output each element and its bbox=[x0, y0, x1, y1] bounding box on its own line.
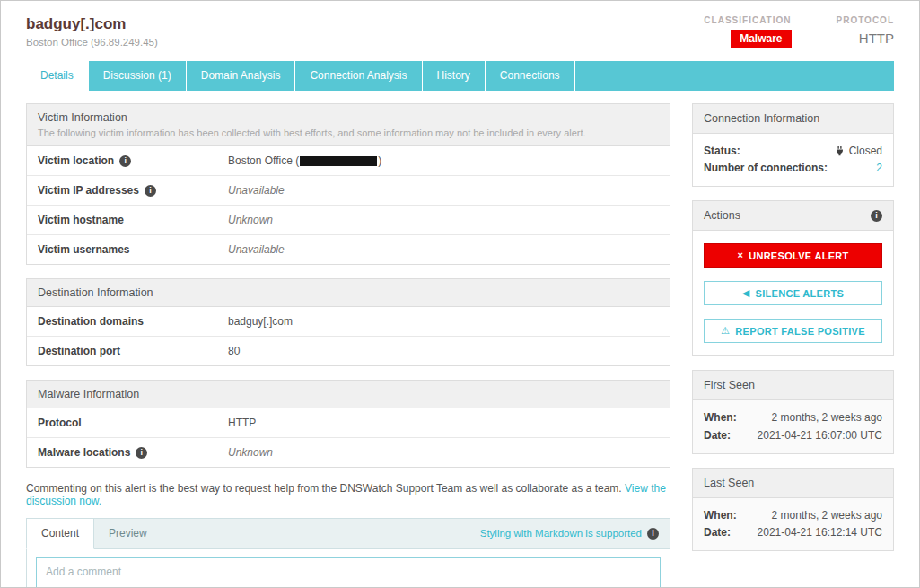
comment-editor-tabs: Content Preview Styling with Markdown is… bbox=[27, 519, 670, 549]
header-meta: CLASSIFICATION Malware PROTOCOL HTTP bbox=[704, 15, 894, 48]
actions-body: × UNRESOLVE ALERT ◀ SILENCE ALERTS ⚠ REP… bbox=[693, 231, 893, 355]
date-label: Date: bbox=[704, 524, 731, 541]
classification-block: CLASSIFICATION Malware bbox=[704, 15, 791, 48]
report-false-positive-button[interactable]: ⚠ REPORT FALSE POSITIVE bbox=[704, 319, 882, 343]
status-value: Closed bbox=[835, 143, 882, 160]
title-block: badguy[.]com Boston Office (96.89.249.45… bbox=[26, 15, 158, 48]
mute-icon: ◀ bbox=[742, 288, 750, 298]
first-seen-body: When: 2 months, 2 weeks ago Date: 2021-0… bbox=[693, 400, 893, 452]
row-label-text: Victim IP addresses bbox=[38, 184, 139, 197]
victim-ip-value: Unavailable bbox=[228, 184, 285, 197]
row-label-text: Victim hostname bbox=[38, 214, 124, 226]
protocol-row-label: Protocol bbox=[38, 417, 228, 429]
victim-usernames-label: Victim usernames bbox=[38, 243, 228, 256]
victim-information-header: Victim Information The following victim … bbox=[27, 104, 670, 146]
malware-information-title: Malware Information bbox=[38, 388, 659, 400]
row-label-text: Protocol bbox=[38, 417, 82, 429]
victim-hostname-value: Unknown bbox=[228, 214, 273, 226]
tab-history[interactable]: History bbox=[423, 61, 486, 91]
connection-information-body: Status: Closed Number of connections: 2 bbox=[693, 134, 893, 186]
when-label: When: bbox=[704, 507, 737, 524]
tab-details[interactable]: Details bbox=[26, 61, 89, 91]
actions-panel: Actions i × UNRESOLVE ALERT ◀ SILENCE AL… bbox=[692, 200, 894, 356]
last-seen-when-row: When: 2 months, 2 weeks ago bbox=[704, 507, 882, 524]
info-icon[interactable]: i bbox=[647, 528, 659, 540]
when-value: 2 months, 2 weeks ago bbox=[772, 409, 882, 426]
comment-input[interactable] bbox=[36, 557, 661, 588]
malware-information-header: Malware Information bbox=[27, 381, 670, 408]
tab-content[interactable]: Content bbox=[26, 518, 94, 549]
table-row: Destination port 80 bbox=[27, 337, 670, 365]
classification-label: CLASSIFICATION bbox=[704, 15, 791, 25]
plug-icon bbox=[835, 146, 845, 156]
table-row: Destination domains badguy[.]com bbox=[27, 307, 670, 337]
tab-bar: Details Discussion (1) Domain Analysis C… bbox=[26, 61, 894, 91]
discussion-prompt: Commenting on this alert is the best way… bbox=[26, 482, 670, 507]
tab-preview[interactable]: Preview bbox=[94, 519, 162, 548]
connections-row: Number of connections: 2 bbox=[704, 160, 882, 177]
close-icon: × bbox=[737, 250, 743, 260]
last-seen-panel: Last Seen When: 2 months, 2 weeks ago Da… bbox=[692, 468, 894, 551]
first-seen-header: First Seen bbox=[693, 371, 893, 400]
page-title: badguy[.]com bbox=[26, 15, 158, 33]
victim-location-value: Boston Office () bbox=[228, 154, 381, 167]
malware-information-panel: Malware Information Protocol HTTP Malwar… bbox=[26, 380, 670, 468]
date-value: 2021-04-21 16:12:14 UTC bbox=[758, 524, 882, 541]
malware-locations-label: Malware locations i bbox=[38, 446, 228, 459]
victim-hostname-label: Victim hostname bbox=[38, 214, 228, 226]
connection-information-title: Connection Information bbox=[704, 112, 819, 125]
connections-label: Number of connections: bbox=[704, 160, 828, 177]
date-value: 2021-04-21 16:07:00 UTC bbox=[758, 427, 882, 444]
row-label-text: Victim usernames bbox=[38, 243, 130, 256]
victim-information-panel: Victim Information The following victim … bbox=[26, 103, 670, 265]
tab-discussion[interactable]: Discussion (1) bbox=[89, 61, 187, 91]
info-icon[interactable]: i bbox=[119, 155, 131, 167]
tab-connection-analysis[interactable]: Connection Analysis bbox=[295, 61, 422, 91]
redacted-ip bbox=[300, 156, 377, 166]
classification-badge: Malware bbox=[731, 30, 791, 48]
page-subtitle: Boston Office (96.89.249.45) bbox=[26, 37, 158, 48]
actions-header: Actions i bbox=[693, 201, 893, 231]
unresolve-alert-button[interactable]: × UNRESOLVE ALERT bbox=[704, 243, 882, 268]
unresolve-alert-label: UNRESOLVE ALERT bbox=[749, 250, 848, 261]
row-label-text: Malware locations bbox=[38, 446, 130, 459]
tab-connections[interactable]: Connections bbox=[486, 61, 575, 91]
page-header: badguy[.]com Boston Office (96.89.249.45… bbox=[1, 1, 919, 48]
victim-location-label: Victim location i bbox=[38, 154, 228, 167]
table-row: Protocol HTTP bbox=[27, 408, 670, 438]
main-column: Victim Information The following victim … bbox=[26, 103, 670, 588]
info-icon[interactable]: i bbox=[145, 185, 156, 197]
destination-port-label: Destination port bbox=[38, 345, 228, 357]
info-icon[interactable]: i bbox=[871, 210, 882, 222]
info-icon[interactable]: i bbox=[136, 447, 147, 459]
destination-port-value: 80 bbox=[228, 345, 240, 357]
silence-alerts-button[interactable]: ◀ SILENCE ALERTS bbox=[704, 281, 882, 305]
table-row: Victim hostname Unknown bbox=[27, 206, 670, 235]
side-column: Connection Information Status: Closed bbox=[692, 103, 894, 565]
table-row: Victim usernames Unavailable bbox=[27, 235, 670, 264]
when-label: When: bbox=[704, 409, 737, 426]
last-seen-date-row: Date: 2021-04-21 16:12:14 UTC bbox=[704, 524, 882, 541]
last-seen-title: Last Seen bbox=[704, 477, 754, 489]
first-seen-when-row: When: 2 months, 2 weeks ago bbox=[704, 409, 882, 426]
dnswatch-alert-page: badguy[.]com Boston Office (96.89.249.45… bbox=[0, 0, 920, 588]
first-seen-title: First Seen bbox=[704, 379, 755, 391]
protocol-value: HTTP bbox=[837, 31, 894, 46]
row-label-text: Destination domains bbox=[38, 315, 144, 328]
last-seen-body: When: 2 months, 2 weeks ago Date: 2021-0… bbox=[693, 498, 893, 550]
first-seen-panel: First Seen When: 2 months, 2 weeks ago D… bbox=[692, 370, 894, 453]
connection-information-header: Connection Information bbox=[693, 104, 893, 134]
table-row: Malware locations i Unknown bbox=[27, 438, 670, 467]
discussion-prompt-text: Commenting on this alert is the best way… bbox=[26, 482, 622, 495]
tab-domain-analysis[interactable]: Domain Analysis bbox=[187, 61, 296, 91]
actions-title: Actions bbox=[704, 209, 740, 222]
victim-information-title: Victim Information bbox=[38, 111, 659, 124]
protocol-block: PROTOCOL HTTP bbox=[837, 15, 894, 48]
markdown-note-text: Styling with Markdown is supported bbox=[480, 528, 642, 539]
table-row: Victim IP addresses i Unavailable bbox=[27, 176, 670, 206]
comment-editor-body bbox=[27, 549, 670, 588]
row-label-text: Destination port bbox=[38, 345, 120, 357]
connections-count-link[interactable]: 2 bbox=[876, 160, 882, 177]
victim-information-subtitle: The following victim information has bee… bbox=[38, 127, 659, 138]
value-suffix: ) bbox=[378, 154, 381, 167]
